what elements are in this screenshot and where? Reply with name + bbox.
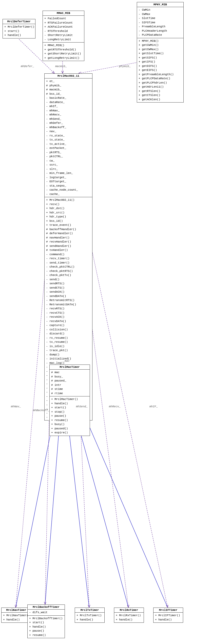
mrclmactimer-title: MrclMacTimer	[50, 365, 90, 370]
mmac-mib-methods: + MMAC_MIB() + getRTSThreshold() + getSh…	[43, 43, 84, 61]
mhdefer-label: mhDefer_	[21, 65, 34, 68]
mphy-mib-box: MPHY_MIB - CWMin - CWMax - SlotTime - SI…	[137, 2, 184, 103]
mrclnavtimer-box: MrclNavTimer + MrclNavTimer() + handle()	[1, 608, 31, 623]
mrclmactimer-methods: + MrclMacTimer() + handle() + start() + …	[50, 396, 90, 436]
diagram-container: MrclDeferTimer + MrclDeferTimer() + star…	[0, 0, 210, 644]
macmib-label: macmib_	[55, 65, 67, 68]
svg-line-8	[66, 408, 89, 608]
svg-line-7	[45, 408, 61, 605]
mrclnavtimer-title: MrclNavTimer	[2, 608, 31, 613]
phymib-label: phymib_	[119, 65, 131, 68]
mrclbackofftimer-methods: + MrclBackoffTimer() + start() + handle(…	[28, 616, 65, 638]
mrcliftimer-box: MrclIFTimer + MrclIFTimer() + handle()	[153, 608, 183, 623]
mrclmac802-11-title: MrclMac802_11	[45, 74, 92, 78]
mhif-label: mhIF_	[149, 405, 158, 408]
mphy-mib-attrs: - CWMin - CWMax - SlotTime - SIFSTime - …	[137, 7, 183, 38]
mrclmactimer-attrs: # mac # busy_ # paused_ # intr # stime #…	[50, 370, 90, 396]
mrclrxtimer-box: MrclRxTimer + MrclRxTimer() + handle()	[114, 608, 144, 623]
mrclrxtimer-methods: + MrclRxTimer() + handle()	[114, 613, 144, 622]
svg-line-6	[16, 408, 56, 608]
mrclrxtimer-title: MrclRxTimer	[114, 608, 144, 613]
mrclbackofftimer-attrs: - difs_wait	[28, 610, 65, 616]
mrcldefertimer-box: MrclDeferTimer + MrclDeferTimer() + star…	[3, 19, 35, 38]
svg-line-9	[73, 408, 128, 608]
mphy-mib-methods: + MPHY_MIB() + getCWMin() + getCWMax() +…	[137, 38, 183, 103]
mrcltxtimer-methods: + MrclTxTimer() + handle()	[75, 613, 104, 622]
mhrecv-label: mhRecv_	[109, 405, 121, 408]
svg-line-15	[86, 223, 168, 608]
mrclnavtimer-methods: + MrclNavTimer() + handle()	[2, 613, 31, 622]
mrclbackofftimer-title: MrclBackoffTimer	[28, 605, 65, 610]
mrcltxtimer-box: MrclTxTimer + MrclTxTimer() + handle()	[75, 608, 105, 623]
svg-line-10	[81, 408, 168, 608]
mrcltxtimer-title: MrclTxTimer	[75, 608, 104, 613]
mrclbackofftimer-box: MrclBackoffTimer - difs_wait + MrclBacko…	[27, 605, 65, 638]
mrcldefertimer-title: MrclDeferTimer	[3, 19, 35, 24]
mhbackoff-label: mhBackoff_	[33, 409, 50, 412]
mrclmactimer-box: MrclMacTimer # mac # busy_ # paused_ # i…	[49, 365, 90, 436]
mmac-mib-box: MMAC_MIB + FailedCount + RTSFailureCount…	[43, 11, 84, 61]
mmac-mib-title: MMAC_MIB	[43, 11, 84, 16]
mrclmac802-11-attrs: + et_ # phymib_ # macmib_ # bss_id_ - ba…	[45, 78, 92, 197]
mrcldefertimer-methods: + MrclDeferTimer() + start() + handle()	[3, 24, 35, 38]
mphy-mib-title: MPHY_MIB	[137, 2, 183, 7]
mrcliftimer-methods: + MrclIFTimer() + handle()	[154, 613, 183, 622]
mrcliftimer-title: MrclIFTimer	[154, 608, 183, 613]
mac-label: mac	[65, 359, 70, 363]
mhnav-label: mhNav_	[11, 405, 21, 408]
mhsend-label: mhSend_	[76, 405, 88, 408]
mmac-mib-attrs: + FailedCount + RTSFailureCount + ACKFai…	[43, 16, 84, 43]
